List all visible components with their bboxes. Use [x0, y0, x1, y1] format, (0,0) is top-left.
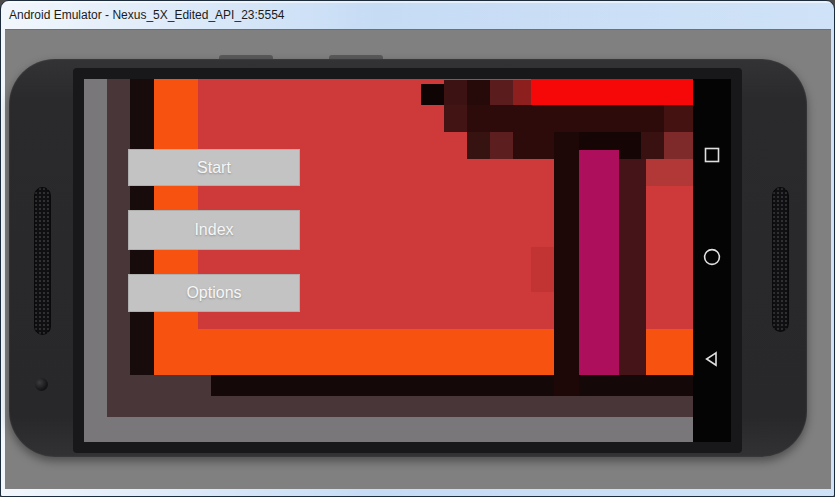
screen-bezel: Start Index Options: [73, 68, 742, 453]
phone-body: Start Index Options: [9, 59, 807, 457]
dark-band-row2: [444, 105, 693, 132]
game-screen: Start Index Options: [84, 79, 693, 442]
window-title: Android Emulator - Nexus_5X_Edited_API_2…: [9, 8, 285, 22]
column-maroon-right: [619, 159, 646, 375]
pixel-stair-2: [467, 80, 490, 105]
phone-screen: Start Index Options: [84, 79, 731, 442]
camera-dot: [35, 378, 48, 391]
column-dark: [554, 132, 579, 396]
pixel-row3-3: [513, 132, 554, 159]
black-band-bottom: [211, 375, 693, 396]
speaker-grille-left: [34, 187, 51, 335]
pixel-stair-3: [490, 80, 513, 105]
wall-maroon-left: [107, 79, 130, 417]
pixel-stair-4: [513, 80, 531, 105]
pixel-row3-2: [490, 132, 513, 159]
column-magenta: [579, 150, 619, 375]
red-patch-top-right: [646, 159, 693, 186]
pixel-row3-4: [641, 132, 664, 159]
titlebar[interactable]: Android Emulator - Nexus_5X_Edited_API_2…: [1, 1, 834, 29]
pixel-row2-left: [444, 105, 467, 132]
emulator-client-area: Start Index Options: [5, 29, 831, 489]
pixel-row2-right: [664, 105, 693, 132]
options-button[interactable]: Options: [128, 274, 300, 312]
emulator-window: Android Emulator - Nexus_5X_Edited_API_2…: [0, 0, 835, 497]
pixel-stair-1: [444, 80, 467, 105]
start-button[interactable]: Start: [128, 149, 300, 186]
red-band-top: [531, 79, 693, 105]
back-triangle-icon[interactable]: [703, 350, 721, 368]
android-navbar: [693, 79, 731, 442]
pixel-row3-5: [664, 132, 693, 159]
pixel-black-top: [421, 84, 444, 105]
speaker-grille-right: [772, 187, 789, 332]
home-circle-icon[interactable]: [703, 248, 721, 266]
gray-band-bottom: [84, 417, 693, 442]
index-button[interactable]: Index: [128, 210, 300, 250]
pixel-row3-1: [467, 132, 490, 159]
red-patch-mid: [531, 247, 554, 292]
recents-square-icon[interactable]: [703, 146, 721, 164]
wall-gray-left: [84, 79, 107, 442]
